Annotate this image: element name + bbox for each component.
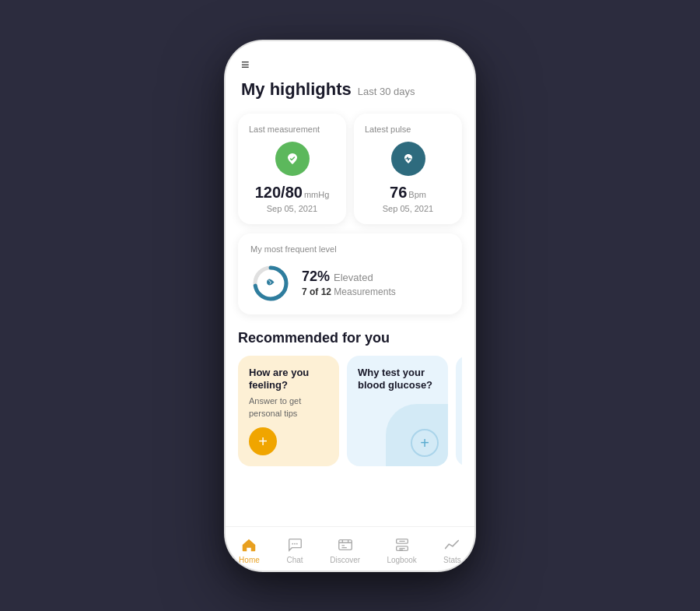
page-title: My highlights — [241, 79, 352, 100]
pulse-unit: Bpm — [408, 190, 426, 199]
latest-pulse-card[interactable]: Latest pulse 76 Bpm Sep 05, 2021 — [354, 114, 462, 224]
discover-icon — [337, 536, 354, 553]
frequent-level-content: 72% Elevated 7 of 12 Measurements — [250, 263, 450, 304]
measurements-sub: 7 of 12 Measurements — [302, 286, 396, 297]
nav-label-discover: Discover — [330, 556, 360, 564]
measurements-count: 7 of 12 — [302, 286, 331, 297]
phone-screen: ≡ My highlights Last 30 days Last measur… — [226, 41, 474, 571]
pulse-value: 76 — [390, 184, 407, 202]
nav-label-chat: Chat — [286, 556, 303, 564]
recommended-title: Recommended for you — [238, 330, 462, 346]
svg-point-4 — [296, 543, 298, 544]
pulse-value-row: 76 Bpm — [390, 184, 426, 202]
nav-label-home: Home — [239, 556, 260, 564]
nav-item-logbook[interactable]: Logbook — [380, 533, 422, 567]
glucose-card-button[interactable]: + — [411, 429, 439, 457]
nav-item-discover[interactable]: Discover — [324, 533, 366, 567]
svg-point-3 — [294, 543, 296, 544]
frequent-level-label: My most frequent level — [250, 244, 450, 254]
donut-chart — [250, 263, 291, 304]
last-measurement-card[interactable]: Last measurement 120/80 mmHg Sep 05, 202… — [238, 114, 346, 224]
bottom-nav: Home Chat — [226, 526, 474, 571]
nav-item-home[interactable]: Home — [233, 533, 266, 567]
measurements-label: Measurements — [334, 286, 395, 297]
nav-item-stats[interactable]: Stats — [437, 533, 467, 567]
partial-card: y... — [456, 356, 462, 467]
bp-unit: mmHg — [304, 190, 329, 199]
frequent-level-card[interactable]: My most frequent level — [238, 234, 462, 314]
glucose-card-content: Why test your blood glucose? — [358, 367, 437, 393]
frequent-level-text: 72% Elevated 7 of 12 Measurements — [302, 269, 396, 297]
phone-device: ≡ My highlights Last 30 days Last measur… — [226, 41, 474, 571]
pulse-icon-circle — [391, 142, 425, 176]
svg-point-2 — [292, 543, 293, 544]
recommended-cards-row: How are you feeling? Answer to get perso… — [238, 356, 462, 467]
level-label: Elevated — [334, 272, 373, 283]
chat-icon — [286, 536, 303, 553]
last-measurement-label: Last measurement — [247, 125, 337, 134]
nav-label-logbook: Logbook — [387, 556, 416, 564]
page-subtitle: Last 30 days — [358, 86, 415, 97]
bp-value: 120/80 — [255, 184, 303, 202]
measurement-icon-circle — [275, 142, 310, 176]
feeling-card-button[interactable]: + — [249, 427, 277, 455]
measurement-date: Sep 05, 2021 — [267, 204, 317, 213]
home-icon — [240, 536, 257, 553]
highlights-section: Last measurement 120/80 mmHg Sep 05, 202… — [226, 114, 474, 234]
frequent-level-value: 72% Elevated — [302, 269, 396, 285]
donut-inner-icon — [265, 276, 276, 290]
recommended-section: Recommended for you How are you feeling?… — [226, 324, 474, 475]
blood-pressure-value: 120/80 mmHg — [255, 184, 330, 202]
menu-icon[interactable]: ≡ — [241, 57, 459, 73]
nav-label-stats: Stats — [443, 556, 461, 564]
screen-content: ≡ My highlights Last 30 days Last measur… — [226, 41, 474, 526]
feeling-card-desc: Answer to get personal tips — [249, 395, 328, 420]
highlights-cards-row: Last measurement 120/80 mmHg Sep 05, 202… — [238, 114, 462, 224]
nav-item-chat[interactable]: Chat — [280, 533, 310, 567]
stats-icon — [443, 536, 460, 553]
pulse-heart-icon — [400, 150, 417, 167]
glucose-card[interactable]: Why test your blood glucose? + — [347, 356, 448, 467]
latest-pulse-label: Latest pulse — [363, 125, 453, 134]
feeling-card[interactable]: How are you feeling? Answer to get perso… — [238, 356, 339, 467]
feeling-card-content: How are you feeling? Answer to get perso… — [249, 367, 328, 420]
pulse-date: Sep 05, 2021 — [383, 204, 433, 213]
svg-rect-5 — [338, 539, 352, 550]
percentage-symbol: % — [317, 269, 330, 284]
header: ≡ My highlights Last 30 days — [226, 41, 474, 107]
logbook-icon — [394, 536, 411, 553]
percentage-value: 72 — [302, 269, 317, 284]
feeling-card-title: How are you feeling? — [249, 367, 328, 393]
page-title-row: My highlights Last 30 days — [241, 79, 459, 100]
checkmark-heart-icon — [284, 150, 301, 167]
glucose-card-title: Why test your blood glucose? — [358, 367, 437, 393]
